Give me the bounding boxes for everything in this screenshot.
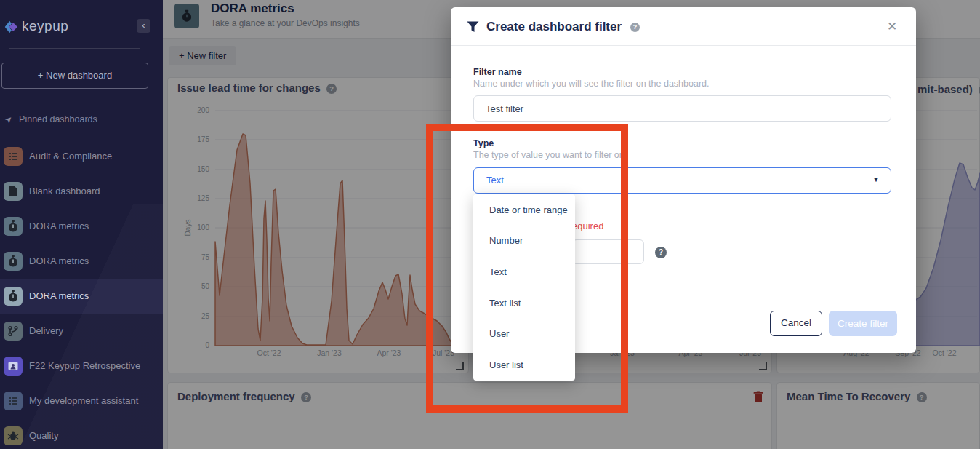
sidebar-item-quality[interactable]: Quality	[0, 418, 163, 449]
sidebar-item-label: F22 Keypup Retrospective	[29, 360, 140, 371]
sidebar-item-my-development-assistant[interactable]: My development assistant	[0, 384, 163, 418]
keypup-logo-icon	[3, 19, 19, 35]
sidebar-item-dora-metrics[interactable]: DORA metrics	[0, 244, 163, 279]
sidebar-item-dora-metrics[interactable]: DORA metrics	[0, 209, 163, 244]
value-input[interactable]	[572, 239, 644, 264]
filter-name-label: Filter name	[473, 67, 522, 77]
sidebar-item-label: DORA metrics	[29, 290, 89, 301]
dropdown-option-date-or-time-range[interactable]: Date or time range	[473, 194, 575, 226]
validation-message: equired	[572, 220, 603, 231]
pin-icon: ➤	[3, 113, 15, 125]
create-filter-button[interactable]: Create filter	[829, 311, 897, 336]
bug-icon	[4, 426, 23, 445]
sidebar-item-blank-dashboard[interactable]: Blank dashboard	[0, 174, 163, 209]
divider	[9, 48, 140, 49]
sidebar-item-audit-compliance[interactable]: Audit & Compliance	[0, 139, 163, 174]
dropdown-option-user[interactable]: User	[473, 319, 575, 350]
type-description: The type of value you want to filter on	[473, 150, 624, 160]
chevron-down-icon: ▼	[872, 175, 880, 183]
sidebar-item-delivery[interactable]: Delivery	[0, 314, 163, 349]
dropdown-option-user-list[interactable]: User list	[473, 349, 575, 381]
cancel-button[interactable]: Cancel	[770, 311, 822, 336]
type-dropdown-menu: Date or time range Number Text Text list…	[473, 194, 575, 381]
sidebar-collapse-button[interactable]: ‹	[137, 19, 150, 33]
stopwatch-icon	[4, 217, 23, 236]
sidebar-item-label: Blank dashboard	[29, 186, 100, 196]
pinned-dashboards-label: ➤Pinned dashboards	[5, 114, 97, 124]
filter-name-input[interactable]	[473, 95, 891, 122]
list-icon	[4, 147, 23, 166]
modal-title: Create dashboard filter	[486, 20, 622, 34]
stopwatch-icon	[4, 287, 23, 306]
type-label: Type	[473, 138, 494, 148]
type-select-value: Text	[486, 175, 504, 186]
list-icon	[4, 392, 23, 410]
sidebar-item-label: DORA metrics	[29, 255, 89, 266]
dropdown-option-number[interactable]: Number	[473, 226, 575, 257]
filter-name-description: Name under which you will see the filter…	[473, 79, 710, 89]
help-icon[interactable]: ?	[655, 247, 667, 258]
dropdown-option-text-list[interactable]: Text list	[473, 287, 575, 319]
sidebar-item-label: DORA metrics	[29, 220, 89, 231]
help-icon[interactable]: ?	[630, 23, 640, 32]
sidebar: keypup ‹ + New dashboard ➤Pinned dashboa…	[0, 0, 163, 449]
filter-funnel-icon	[467, 21, 479, 33]
close-icon[interactable]: ✕	[884, 19, 900, 35]
badge-icon	[4, 357, 23, 376]
app-root: DORA metrics Take a glance at your DevOp…	[0, 0, 980, 449]
stopwatch-icon	[4, 252, 23, 271]
sidebar-item-label: Delivery	[29, 325, 63, 336]
branch-icon	[4, 322, 23, 341]
sidebar-item-label: Quality	[29, 430, 58, 441]
keypup-logo-text: keypup	[22, 18, 68, 34]
dropdown-option-text[interactable]: Text	[473, 256, 575, 287]
new-dashboard-button[interactable]: + New dashboard	[1, 63, 148, 89]
sidebar-item-f22-keypup-retrospective[interactable]: F22 Keypup Retrospective	[0, 349, 163, 384]
sidebar-item-dora-metrics[interactable]: DORA metrics	[0, 279, 163, 314]
sidebar-item-list: Audit & ComplianceBlank dashboardDORA me…	[0, 139, 163, 449]
sidebar-item-label: Audit & Compliance	[29, 151, 112, 162]
modal-header: Create dashboard filter ? ✕	[451, 7, 916, 46]
file-icon	[4, 182, 23, 201]
sidebar-item-label: My development assistant	[29, 395, 138, 406]
type-select[interactable]: Text ▼	[473, 167, 891, 194]
